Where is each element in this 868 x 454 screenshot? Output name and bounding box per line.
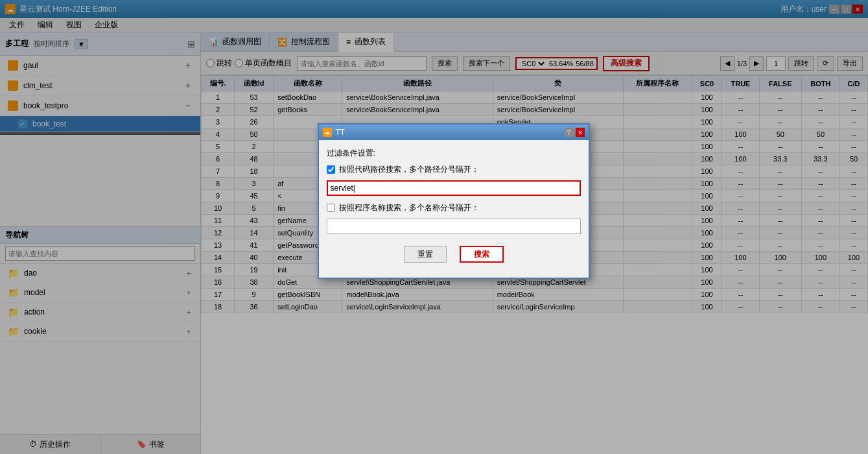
modal-title-bar: ☁ TT ? ✕ (319, 125, 589, 140)
filter-row-2: 按照程序名称搜索，多个名称分号隔开： (327, 202, 581, 213)
filter-input-1[interactable] (327, 180, 581, 196)
filter-label-1: 按照代码路径搜索，多个路径分号隔开： (339, 164, 479, 175)
modal-close-btn[interactable]: ✕ (576, 128, 585, 137)
modal-body: 过滤条件设置: 按照代码路径搜索，多个路径分号隔开： 按照程序名称搜索，多个名称… (319, 140, 589, 270)
modal-title: TT (336, 128, 346, 137)
filter-row-1: 按照代码路径搜索，多个路径分号隔开： (327, 164, 581, 175)
modal-buttons: 重置 搜索 (327, 246, 581, 263)
filter-checkbox-2[interactable] (327, 204, 335, 212)
modal-reset-btn[interactable]: 重置 (404, 246, 447, 263)
filter-input-2[interactable] (327, 219, 581, 234)
modal-dialog: ☁ TT ? ✕ 过滤条件设置: 按照代码路径搜索，多个路径分号隔开： 按照程序… (318, 123, 590, 279)
filter-label-2: 按照程序名称搜索，多个名称分号隔开： (339, 202, 479, 213)
modal-help-btn[interactable]: ? (565, 128, 574, 137)
modal-title-icon: ☁ (323, 128, 332, 137)
modal-search-btn[interactable]: 搜索 (460, 246, 504, 263)
filter-checkbox-1[interactable] (327, 165, 335, 174)
modal-overlay: ☁ TT ? ✕ 过滤条件设置: 按照代码路径搜索，多个路径分号隔开： 按照程序… (0, 0, 868, 454)
modal-section-label: 过滤条件设置: (327, 148, 581, 159)
